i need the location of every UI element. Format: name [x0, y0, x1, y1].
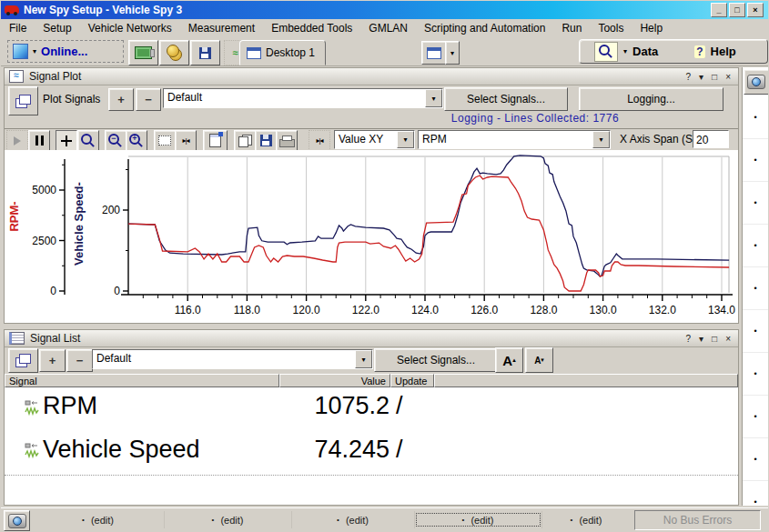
copy-button[interactable]: [234, 130, 256, 151]
maximize-button[interactable]: □: [729, 3, 745, 17]
remove-list-setup-button[interactable]: −: [66, 349, 93, 372]
plot-properties-button[interactable]: [203, 130, 228, 151]
zoom-out-button[interactable]: −: [105, 130, 126, 151]
menu-item-run[interactable]: Run: [553, 20, 590, 36]
select-signals-button[interactable]: Select Signals...: [444, 87, 568, 111]
new-desktop-button[interactable]: [421, 41, 447, 65]
play-button[interactable]: [6, 130, 28, 151]
chevron-down-icon[interactable]: ▾: [355, 350, 372, 368]
dock-slot[interactable]: •: [743, 96, 768, 138]
table-row[interactable]: RPM 1075.2 /: [5, 388, 738, 429]
select-signals-label: Select Signals...: [467, 93, 545, 105]
x-span-input[interactable]: [693, 130, 729, 148]
function-key-slot-5[interactable]: • (edit): [541, 511, 631, 528]
svg-text:124.0: 124.0: [411, 304, 439, 316]
function-key-slot-3[interactable]: • (edit): [291, 511, 415, 528]
menu-item-setup[interactable]: Setup: [35, 20, 79, 36]
font-increase-button[interactable]: A▴: [495, 347, 523, 373]
pause-button[interactable]: [28, 130, 50, 151]
database-button[interactable]: [159, 40, 189, 65]
table-row[interactable]: Vehicle Speed 74.245 /: [5, 428, 738, 476]
list-select-signals-button[interactable]: Select Signals...: [374, 348, 498, 372]
column-header-update[interactable]: Update: [390, 374, 434, 387]
new-desktop-dropdown[interactable]: ▾: [445, 41, 460, 65]
panel-maximize-button[interactable]: □: [712, 334, 717, 344]
dock-slot[interactable]: •: [743, 395, 768, 437]
online-label: Online...: [41, 45, 87, 58]
svg-text:5000: 5000: [32, 184, 56, 196]
menu-item-vehicle-networks[interactable]: Vehicle Networks: [80, 20, 180, 36]
menu-item-tools[interactable]: Tools: [590, 20, 632, 36]
dock-slot[interactable]: •: [743, 224, 768, 266]
menu-item-embedded-tools[interactable]: Embedded Tools: [263, 20, 360, 36]
help-icon[interactable]: ?: [694, 45, 704, 58]
capture-button[interactable]: [4, 510, 30, 531]
menu-item-help[interactable]: Help: [632, 20, 671, 36]
panel-maximize-button[interactable]: □: [712, 72, 717, 82]
close-button[interactable]: ×: [747, 3, 764, 17]
pan-button[interactable]: [56, 130, 77, 151]
help-label[interactable]: Help: [711, 45, 736, 58]
panel-close-button[interactable]: ×: [725, 334, 731, 344]
font-decrease-button[interactable]: A▾: [525, 347, 553, 373]
signal-plot-chart[interactable]: 116.0118.0120.0122.0124.0126.0128.0130.0…: [5, 154, 738, 321]
function-key-slot-2[interactable]: • (edit): [164, 511, 292, 528]
plot-setups-button[interactable]: [8, 86, 38, 115]
vehicle-networks-button[interactable]: [128, 40, 158, 65]
dock-slot[interactable]: •: [743, 480, 768, 506]
plus-icon: +: [49, 354, 56, 367]
tab-desktop-1[interactable]: Desktop 1: [239, 40, 326, 65]
list-setups-button[interactable]: [8, 348, 38, 373]
app-window: New Spy Setup - Vehicle Spy 3 _ □ × File…: [0, 0, 769, 532]
menu-item-gmlan[interactable]: GMLAN: [360, 20, 416, 36]
data-search-button[interactable]: [594, 42, 618, 62]
play-icon: [14, 136, 21, 146]
add-plot-setup-button[interactable]: +: [108, 88, 134, 111]
chevron-down-icon[interactable]: ▾: [425, 89, 442, 107]
chevron-down-icon[interactable]: ▾: [592, 131, 610, 148]
panel-pin-button[interactable]: ▾: [699, 72, 703, 82]
zoom-drag-button[interactable]: [77, 130, 99, 151]
menu-item-scripting-automation[interactable]: Scripting and Automation: [416, 20, 553, 36]
dock-slot[interactable]: •: [743, 309, 768, 352]
list-setup-combo[interactable]: Default ▾: [92, 349, 373, 369]
menu-item-measurement[interactable]: Measurement: [180, 20, 263, 36]
properties-icon: [209, 134, 221, 147]
function-key-slot-1[interactable]: • (edit): [32, 511, 165, 528]
panel-help-button[interactable]: ?: [686, 72, 692, 82]
dock-slot[interactable]: •: [743, 437, 768, 480]
dock-slot[interactable]: •: [743, 266, 768, 309]
minimize-button[interactable]: _: [711, 3, 727, 17]
panel-close-button[interactable]: ×: [725, 72, 731, 82]
zoom-in-button[interactable]: +: [126, 130, 147, 151]
column-header-signal[interactable]: Signal: [5, 374, 279, 387]
plot-mode-combo[interactable]: Value XY ▾: [334, 130, 415, 149]
online-button[interactable]: ▾ Online...: [7, 40, 124, 63]
dock-slot[interactable]: •: [743, 181, 768, 224]
bus-status: No Bus Errors: [634, 510, 761, 530]
capture-button[interactable]: [744, 69, 768, 95]
panel-pin-button[interactable]: ▾: [699, 334, 703, 344]
slot-dot: •: [212, 516, 215, 524]
coins-icon: [169, 48, 182, 61]
fit-x-button[interactable]: ▸|◂: [175, 130, 197, 151]
column-header-value[interactable]: Value: [279, 374, 390, 387]
chevron-down-icon[interactable]: ▾: [397, 131, 414, 148]
panel-help-button[interactable]: ?: [686, 334, 692, 344]
remove-plot-setup-button[interactable]: −: [136, 88, 161, 111]
snap-axis-button[interactable]: ▸|◂: [309, 130, 330, 151]
chevron-down-icon[interactable]: ▾: [623, 47, 627, 55]
function-key-slot-4[interactable]: • (edit): [414, 511, 542, 528]
print-button[interactable]: [276, 130, 298, 151]
save-plot-button[interactable]: [255, 130, 277, 151]
plot-signal-combo[interactable]: RPM ▾: [418, 130, 611, 149]
plot-setup-combo[interactable]: Default ▾: [163, 88, 443, 108]
dock-slot[interactable]: •: [743, 138, 768, 181]
dock-slot[interactable]: •: [743, 352, 768, 395]
zoom-window-button[interactable]: [154, 130, 176, 151]
add-list-setup-button[interactable]: +: [39, 349, 66, 372]
logging-button[interactable]: Logging...: [579, 87, 723, 111]
menu-item-file[interactable]: File: [1, 20, 35, 36]
data-mode-bar: ▾ Data ? Help: [579, 39, 768, 64]
save-button[interactable]: [190, 40, 220, 65]
